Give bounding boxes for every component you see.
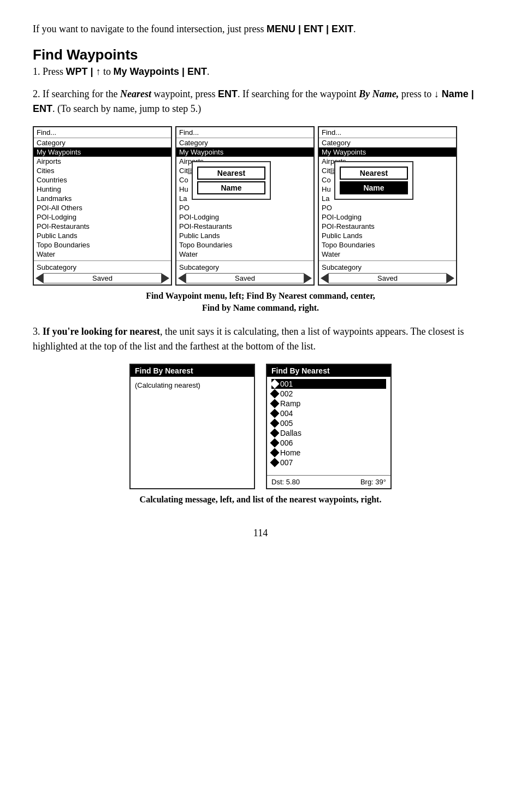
- left-poi-all: POI-All Others: [34, 203, 171, 212]
- nearest-right-footer: Dst: 5.80 Brg: 39°: [267, 475, 390, 488]
- wpt-ramp: Ramp: [271, 399, 386, 408]
- center-arrow-left: [178, 274, 186, 283]
- step1-period: .: [207, 66, 210, 77]
- right-popup-nearest: Nearest: [340, 167, 408, 180]
- by-name-italic: By Name,: [359, 88, 399, 99]
- center-water: Water: [176, 250, 313, 259]
- panels-caption: Find Waypoint menu, left; Find By Neares…: [33, 290, 488, 315]
- center-category-label: Category: [176, 138, 313, 147]
- wpt-006-label: 006: [280, 438, 293, 447]
- left-hunting: Hunting: [34, 185, 171, 194]
- left-divider: [34, 260, 171, 261]
- left-panel: Find... Category My Waypoints Airports C…: [33, 126, 172, 286]
- step1-wpt-key: WPT | ↑: [66, 66, 101, 77]
- center-panel: Find... Category My Waypoints Airports C…: [175, 126, 315, 286]
- wpt-home-label: Home: [280, 448, 300, 457]
- nearest-panels-row: Find By Nearest (Calculating nearest) Fi…: [33, 364, 488, 489]
- center-poi-restaurants: POI-Restaurants: [176, 222, 313, 231]
- center-my-waypoints: My Waypoints: [176, 147, 313, 157]
- right-po-lodging: POI-Lodging: [319, 212, 456, 222]
- step1-number: 1. Press: [33, 66, 66, 77]
- center-po-lodging: POI-Lodging: [176, 212, 313, 222]
- nearest-right-header: Find By Nearest: [267, 365, 390, 377]
- wpt-002: 002: [271, 389, 386, 399]
- left-category-label: Category: [34, 138, 171, 147]
- diamond-home: [270, 448, 280, 457]
- center-divider: [176, 260, 313, 261]
- right-arrow-right: [447, 274, 454, 283]
- left-countries: Countries: [34, 175, 171, 185]
- center-arrow-right: [304, 274, 312, 283]
- wpt-002-label: 002: [280, 389, 293, 398]
- right-panel-header: Find...: [319, 127, 456, 138]
- right-arrow-left: [321, 274, 328, 283]
- center-public-lands: Public Lands: [176, 231, 313, 240]
- panels-caption-line1: Find Waypoint menu, left; Find By Neares…: [146, 291, 375, 300]
- nearest-left-panel: Find By Nearest (Calculating nearest): [129, 364, 255, 489]
- diamond-002: [270, 389, 280, 398]
- right-saved-row: Saved: [319, 272, 456, 285]
- left-panel-header: Find...: [34, 127, 171, 138]
- step1-to: to: [101, 66, 114, 77]
- left-landmarks: Landmarks: [34, 194, 171, 203]
- right-popup-name: Name: [340, 181, 408, 194]
- footer-dst: Dst: 5.80: [271, 478, 300, 486]
- wpt-006: 006: [271, 438, 386, 448]
- nearest-left-body: (Calculating nearest): [131, 377, 254, 475]
- diamond-006: [270, 438, 280, 447]
- left-topo: Topo Boundaries: [34, 240, 171, 250]
- nearest-caption: Calculating message, left, and list of t…: [33, 494, 488, 506]
- right-saved-label: Saved: [328, 273, 447, 283]
- left-saved-row: Saved: [34, 272, 171, 285]
- center-po: PO: [176, 203, 313, 212]
- right-category-label: Category: [319, 138, 456, 147]
- section-title: Find Waypoints: [33, 46, 488, 63]
- calc-msg: (Calculating nearest): [135, 381, 250, 389]
- page-number: 114: [33, 527, 488, 539]
- step2-down-name: ↓ Name | ENT: [33, 88, 474, 114]
- wpt-005-label: 005: [280, 419, 293, 428]
- wpt-005: 005: [271, 418, 386, 428]
- wpt-home: Home: [271, 448, 386, 458]
- wpt-004: 004: [271, 408, 386, 418]
- left-poi-lodging: POI-Lodging: [34, 212, 171, 222]
- diamond-004: [270, 408, 280, 418]
- wpt-007-label: 007: [280, 458, 293, 467]
- right-public-lands: Public Lands: [319, 231, 456, 240]
- nearest-right-panel: Find By Nearest 001 002 Ramp 004 005: [266, 364, 392, 489]
- left-subcategory: Subcategory: [34, 263, 171, 272]
- panels-caption-line2: Find by Name command, right.: [202, 303, 319, 312]
- footer-brg: Brg: 39°: [360, 478, 386, 486]
- right-poi-restaurants: POI-Restaurants: [319, 222, 456, 231]
- diamond-001: [270, 379, 280, 388]
- right-po: PO: [319, 203, 456, 212]
- step2-paragraph: 2. If searching for the Nearest waypoint…: [33, 87, 488, 116]
- center-subcategory: Subcategory: [176, 263, 313, 272]
- center-popup-nearest: Nearest: [197, 167, 265, 180]
- left-poi-restaurants: POI-Restaurants: [34, 222, 171, 231]
- wpt-dallas-label: Dallas: [280, 429, 301, 437]
- left-arrow-left: [35, 274, 43, 283]
- right-popup: Nearest Name: [334, 161, 413, 200]
- nearest-right-body: 001 002 Ramp 004 005 Dallas: [267, 377, 390, 475]
- left-cities: Cities: [34, 166, 171, 175]
- right-divider: [319, 260, 456, 261]
- center-popup-name: Name: [197, 181, 265, 194]
- left-my-waypoints: My Waypoints: [34, 147, 171, 157]
- diamond-dallas: [270, 428, 280, 437]
- center-topo: Topo Boundaries: [176, 240, 313, 250]
- right-topo: Topo Boundaries: [319, 240, 456, 250]
- step1-line: 1. Press WPT | ↑ to My Waypoints | ENT.: [33, 64, 488, 79]
- right-water: Water: [319, 250, 456, 259]
- diamond-005: [270, 418, 280, 428]
- step3-paragraph: 3. If you're looking for nearest, the un…: [33, 324, 488, 354]
- wpt-007: 007: [271, 458, 386, 467]
- center-saved-row: Saved: [176, 272, 313, 285]
- intro-paragraph: If you want to navigate to the found int…: [33, 22, 488, 37]
- center-panel-header: Find...: [176, 127, 313, 138]
- left-public-lands: Public Lands: [34, 231, 171, 240]
- diamond-ramp: [270, 399, 280, 408]
- right-my-waypoints: My Waypoints: [319, 147, 456, 157]
- left-saved-label: Saved: [43, 273, 162, 283]
- diamond-007: [270, 458, 280, 467]
